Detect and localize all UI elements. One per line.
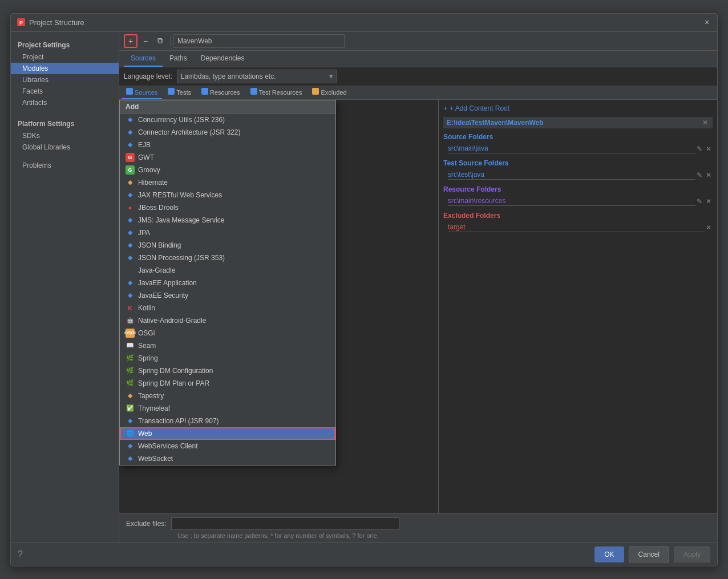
groovy-icon: G: [126, 165, 135, 175]
dropdown-item-webservices[interactable]: ◆ WebServices Client: [120, 440, 335, 452]
dropdown-item-jax[interactable]: ◆ JAX RESTful Web Services: [120, 189, 335, 201]
source-folders-title: Source Folders: [443, 133, 713, 141]
test-source-remove-btn[interactable]: ✕: [705, 171, 713, 179]
dropdown-item-kotlin[interactable]: K Kotlin: [120, 302, 335, 314]
dropdown-item-spring-dm-config[interactable]: 🌿 Spring DM Configuration: [120, 365, 335, 377]
dropdown-item-tapestry[interactable]: ◆ Tapestry: [120, 390, 335, 402]
dropdown-item-web[interactable]: 🌐 Web: [120, 427, 335, 440]
webservices-icon: ◆: [126, 442, 135, 451]
dropdown-item-connector[interactable]: ◆ Connector Architecture (JSR 322): [120, 126, 335, 139]
kotlin-icon: K: [126, 303, 135, 313]
jboss-icon: ●: [126, 203, 135, 212]
sidebar-item-modules[interactable]: Modules: [11, 63, 119, 74]
tab-paths[interactable]: Paths: [163, 51, 194, 67]
sidebar-item-facets[interactable]: Facets: [11, 86, 119, 97]
dropdown-item-java-gradle[interactable]: Java-Gradle: [120, 264, 335, 277]
help-icon[interactable]: ?: [18, 549, 23, 560]
resource-folder-row-1: src\main\resources ✎ ✕: [443, 196, 713, 207]
osgi-icon: OSGi: [126, 329, 135, 338]
project-settings-title: Project Settings: [11, 39, 119, 51]
test-source-edit-btn[interactable]: ✎: [695, 171, 703, 179]
dropdown-item-javaee-app[interactable]: ◆ JavaEE Application: [120, 277, 335, 289]
tab-row: Sources Paths Dependencies: [119, 51, 717, 67]
app-icon: P: [17, 18, 26, 27]
svg-text:P: P: [19, 20, 23, 26]
content-root-close-btn[interactable]: ✕: [701, 119, 709, 127]
src-tab-tests[interactable]: Tests: [163, 86, 196, 99]
content-root-path-text: E:\idea\TestMaven\MavenWeb: [447, 119, 544, 127]
exclude-files-input[interactable]: [171, 517, 399, 530]
platform-settings-title: Platform Settings: [11, 118, 119, 130]
content-root-path: E:\idea\TestMaven\MavenWeb ✕: [443, 117, 713, 128]
gwt-icon: G: [126, 153, 135, 162]
src-tab-sources[interactable]: Sources: [122, 86, 162, 99]
ok-button[interactable]: OK: [594, 546, 624, 562]
tapestry-icon: ◆: [126, 391, 135, 400]
resource-remove-btn[interactable]: ✕: [705, 197, 713, 205]
jpa-icon: ◆: [126, 228, 135, 237]
excluded-remove-btn[interactable]: ✕: [705, 224, 713, 232]
excluded-folders-section: Excluded Folders target ✕: [443, 212, 713, 233]
sidebar-item-global-libraries[interactable]: Global Libraries: [11, 141, 119, 153]
dropdown-item-native-android[interactable]: 🤖 Native-Android-Gradle: [120, 314, 335, 327]
dialog-body: Project Settings Project Modules Librari…: [11, 32, 717, 542]
src-tab-excluded[interactable]: Excluded: [308, 86, 351, 99]
lang-level-select[interactable]: Lambdas, type annotations etc.: [177, 70, 337, 83]
tab-dependencies[interactable]: Dependencies: [194, 51, 252, 67]
json-binding-icon: ◆: [126, 241, 135, 250]
websocket-icon: ◆: [126, 454, 135, 463]
copy-button[interactable]: ⧉: [153, 34, 167, 48]
dropdown-item-hibernate[interactable]: ◆ Hibernate: [120, 176, 335, 189]
ejb-icon: ◆: [126, 140, 135, 149]
source-remove-btn[interactable]: ✕: [705, 145, 713, 153]
resource-folders-section: Resource Folders src\main\resources ✎ ✕: [443, 185, 713, 207]
dropdown-item-transaction[interactable]: ◆ Transaction API (JSR 907): [120, 415, 335, 427]
dropdown-item-json-processing[interactable]: ◆ JSON Processing (JSR 353): [120, 252, 335, 264]
left-panel: en\MavenWeb Add ◆ Concurrency Utils (JSR…: [119, 100, 439, 513]
dropdown-item-ejb[interactable]: ◆ EJB: [120, 139, 335, 151]
sidebar-item-libraries[interactable]: Libraries: [11, 74, 119, 86]
dropdown-item-json-binding[interactable]: ◆ JSON Binding: [120, 239, 335, 252]
sidebar-item-artifacts[interactable]: Artifacts: [11, 97, 119, 108]
cancel-button[interactable]: Cancel: [629, 546, 669, 562]
source-folder-row-1: src\main\java ✎ ✕: [443, 143, 713, 155]
dropdown-item-thymeleaf[interactable]: ✅ Thymeleaf: [120, 402, 335, 415]
dropdown-item-websocket[interactable]: ◆ WebSocket: [120, 452, 335, 465]
add-content-root-btn[interactable]: + + Add Content Root: [443, 104, 713, 112]
spring-icon: 🌿: [126, 354, 135, 363]
transaction-icon: ◆: [126, 416, 135, 426]
dropdown-item-javaee-sec[interactable]: ◆ JavaEE Security: [120, 289, 335, 302]
dropdown-list: ◆ Concurrency Utils (JSR 236) ◆ Connecto…: [120, 114, 335, 465]
exclude-files-label: Exclude files:: [126, 520, 167, 528]
spring-dm-plan-icon: 🌿: [126, 379, 135, 388]
resource-edit-btn[interactable]: ✎: [695, 197, 703, 205]
dropdown-item-jms[interactable]: ◆ JMS: Java Message Service: [120, 214, 335, 226]
content-area: en\MavenWeb Add ◆ Concurrency Utils (JSR…: [119, 100, 717, 513]
dropdown-item-spring[interactable]: 🌿 Spring: [120, 352, 335, 365]
src-tab-test-resources[interactable]: Test Resources: [246, 86, 307, 99]
add-button[interactable]: +: [124, 34, 137, 48]
dropdown-item-seam[interactable]: 📖 Seam: [120, 339, 335, 352]
sidebar-item-problems[interactable]: Problems: [11, 160, 119, 171]
remove-button[interactable]: −: [139, 34, 152, 48]
sidebar-item-project[interactable]: Project: [11, 51, 119, 63]
dropdown-item-jpa[interactable]: ◆ JPA: [120, 226, 335, 239]
dropdown-item-gwt[interactable]: G GWT: [120, 151, 335, 164]
lang-level-label: Language level:: [124, 72, 172, 80]
project-structure-dialog: P Project Structure × Project Settings P…: [10, 13, 718, 566]
src-tab-resources[interactable]: Resources: [197, 86, 245, 99]
tab-sources[interactable]: Sources: [124, 51, 163, 67]
dropdown-item-osgi[interactable]: OSGi OSGi: [120, 327, 335, 339]
apply-button[interactable]: Apply: [674, 546, 710, 562]
dropdown-item-jboss[interactable]: ● JBoss Drools: [120, 201, 335, 214]
close-button[interactable]: ×: [702, 18, 711, 27]
dropdown-item-groovy[interactable]: G Groovy: [120, 164, 335, 176]
exclude-files-row: Exclude files:: [126, 517, 710, 530]
spring-dm-config-icon: 🌿: [126, 366, 135, 375]
hibernate-icon: ◆: [126, 178, 135, 187]
dropdown-item-spring-dm-plan[interactable]: 🌿 Spring DM Plan or PAR: [120, 377, 335, 390]
sidebar-item-sdks[interactable]: SDKs: [11, 130, 119, 141]
source-edit-btn[interactable]: ✎: [695, 145, 703, 153]
dropdown-item-concurrency[interactable]: ◆ Concurrency Utils (JSR 236): [120, 114, 335, 126]
module-name-input[interactable]: [173, 34, 345, 48]
